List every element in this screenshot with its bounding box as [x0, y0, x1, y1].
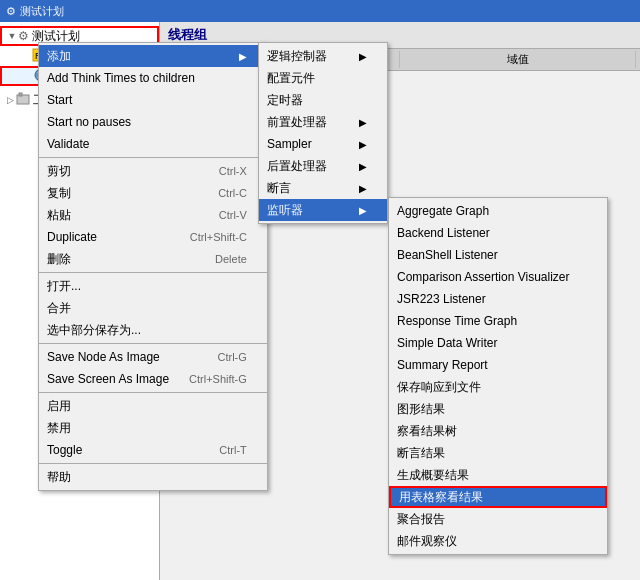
listener-mail-observer[interactable]: 邮件观察仪	[389, 530, 607, 552]
menu-item-save-node-label: Save Node As Image	[47, 350, 160, 364]
listener-response-time[interactable]: Response Time Graph	[389, 310, 607, 332]
menu-item-start-no-pauses[interactable]: Start no pauses	[39, 111, 267, 133]
pre-processor-label: 前置处理器	[267, 114, 327, 131]
view-results-table-label: 用表格察看结果	[399, 489, 483, 506]
assertion-results-label: 断言结果	[397, 445, 445, 462]
menu-item-delete-label: 删除	[47, 251, 71, 268]
menu-item-help-label: 帮助	[47, 469, 71, 486]
beanshell-listener-label: BeanShell Listener	[397, 248, 498, 262]
menu-item-validate[interactable]: Validate	[39, 133, 267, 155]
menu-item-disable-label: 禁用	[47, 420, 71, 437]
submenu-add-listener[interactable]: 监听器 ▶	[259, 199, 387, 221]
submenu-add-logic-controller[interactable]: 逻辑控制器 ▶	[259, 45, 387, 67]
menu-item-add-think-label: Add Think Times to children	[47, 71, 195, 85]
listener-graph-results[interactable]: 图形结果	[389, 398, 607, 420]
response-time-label: Response Time Graph	[397, 314, 517, 328]
separator-5	[39, 463, 267, 464]
shortcut-copy: Ctrl-C	[198, 187, 247, 199]
menu-item-save-partial-label: 选中部分保存为...	[47, 322, 141, 339]
submenu-add-config[interactable]: 配置元件	[259, 67, 387, 89]
submenu-add-assertion[interactable]: 断言 ▶	[259, 177, 387, 199]
jsr223-label: JSR223 Listener	[397, 292, 486, 306]
menu-item-start[interactable]: Start	[39, 89, 267, 111]
submenu-add-timer[interactable]: 定时器	[259, 89, 387, 111]
menu-item-delete[interactable]: 删除 Delete	[39, 248, 267, 270]
listener-view-results-table[interactable]: 用表格察看结果	[389, 486, 607, 508]
menu-item-enable[interactable]: 启用	[39, 395, 267, 417]
submenu-add: 逻辑控制器 ▶ 配置元件 定时器 前置处理器 ▶ Sampler ▶ 后置处理器…	[258, 42, 388, 224]
shortcut-paste: Ctrl-V	[199, 209, 247, 221]
menu-item-save-partial[interactable]: 选中部分保存为...	[39, 319, 267, 341]
listener-aggregate-report[interactable]: 聚合报告	[389, 508, 607, 530]
menu-item-enable-label: 启用	[47, 398, 71, 415]
arrow-listener: ▶	[359, 205, 367, 216]
menu-item-help[interactable]: 帮助	[39, 466, 267, 488]
listener-label: 监听器	[267, 202, 303, 219]
aggregate-report-label: 聚合报告	[397, 511, 445, 528]
menu-item-add-think-times[interactable]: Add Think Times to children	[39, 67, 267, 89]
comparison-label: Comparison Assertion Visualizer	[397, 270, 570, 284]
app-window: ⚙ 测试计划 ▼ ⚙ 测试计划 ▷ R Random Variable	[0, 0, 640, 580]
menu-item-paste[interactable]: 粘贴 Ctrl-V	[39, 204, 267, 226]
menu-item-toggle-label: Toggle	[47, 443, 82, 457]
menu-item-cut[interactable]: 剪切 Ctrl-X	[39, 160, 267, 182]
arrow-pre: ▶	[359, 117, 367, 128]
menu-item-disable[interactable]: 禁用	[39, 417, 267, 439]
menu-item-start-label: Start	[47, 93, 72, 107]
listener-view-results-tree[interactable]: 察看结果树	[389, 420, 607, 442]
generate-summary-label: 生成概要结果	[397, 467, 469, 484]
shortcut-save-node: Ctrl-G	[198, 351, 247, 363]
submenu-listener: Aggregate Graph Backend Listener BeanShe…	[388, 197, 608, 555]
listener-summary-report[interactable]: Summary Report	[389, 354, 607, 376]
listener-generate-summary[interactable]: 生成概要结果	[389, 464, 607, 486]
menu-item-add[interactable]: 添加 ▶	[39, 45, 267, 67]
menu-item-copy-label: 复制	[47, 185, 71, 202]
listener-jsr223[interactable]: JSR223 Listener	[389, 288, 607, 310]
submenu-add-sampler[interactable]: Sampler ▶	[259, 133, 387, 155]
mail-observer-label: 邮件观察仪	[397, 533, 457, 550]
menu-item-start-no-pauses-label: Start no pauses	[47, 115, 131, 129]
sampler-label: Sampler	[267, 137, 312, 151]
shortcut-toggle: Ctrl-T	[199, 444, 247, 456]
menu-item-duplicate-label: Duplicate	[47, 230, 97, 244]
menu-item-toggle[interactable]: Toggle Ctrl-T	[39, 439, 267, 461]
backend-listener-label: Backend Listener	[397, 226, 490, 240]
view-results-tree-label: 察看结果树	[397, 423, 457, 440]
menu-item-open-label: 打开...	[47, 278, 81, 295]
simple-data-writer-label: Simple Data Writer	[397, 336, 497, 350]
menu-item-save-node[interactable]: Save Node As Image Ctrl-G	[39, 346, 267, 368]
listener-aggregate-graph[interactable]: Aggregate Graph	[389, 200, 607, 222]
submenu-add-pre-processor[interactable]: 前置处理器 ▶	[259, 111, 387, 133]
menu-item-save-screen-label: Save Screen As Image	[47, 372, 169, 386]
submenu-add-post-processor[interactable]: 后置处理器 ▶	[259, 155, 387, 177]
shortcut-cut: Ctrl-X	[199, 165, 247, 177]
arrow-post: ▶	[359, 161, 367, 172]
listener-assertion-results[interactable]: 断言结果	[389, 442, 607, 464]
separator-1	[39, 157, 267, 158]
listener-backend[interactable]: Backend Listener	[389, 222, 607, 244]
config-label: 配置元件	[267, 70, 315, 87]
menu-item-copy[interactable]: 复制 Ctrl-C	[39, 182, 267, 204]
separator-3	[39, 343, 267, 344]
menu-item-validate-label: Validate	[47, 137, 89, 151]
listener-simple-data-writer[interactable]: Simple Data Writer	[389, 332, 607, 354]
listener-beanshell[interactable]: BeanShell Listener	[389, 244, 607, 266]
menu-item-open[interactable]: 打开...	[39, 275, 267, 297]
context-menu-overlay: 添加 ▶ Add Think Times to children Start S…	[0, 0, 640, 580]
submenu-arrow-add: ▶	[239, 51, 247, 62]
listener-comparison[interactable]: Comparison Assertion Visualizer	[389, 266, 607, 288]
listener-save-response[interactable]: 保存响应到文件	[389, 376, 607, 398]
graph-results-label: 图形结果	[397, 401, 445, 418]
aggregate-graph-label: Aggregate Graph	[397, 204, 489, 218]
shortcut-save-screen: Ctrl+Shift-G	[169, 373, 247, 385]
menu-item-save-screen[interactable]: Save Screen As Image Ctrl+Shift-G	[39, 368, 267, 390]
menu-item-duplicate[interactable]: Duplicate Ctrl+Shift-C	[39, 226, 267, 248]
logic-controller-label: 逻辑控制器	[267, 48, 327, 65]
menu-item-merge[interactable]: 合并	[39, 297, 267, 319]
assertion-label: 断言	[267, 180, 291, 197]
separator-4	[39, 392, 267, 393]
shortcut-duplicate: Ctrl+Shift-C	[170, 231, 247, 243]
timer-label: 定时器	[267, 92, 303, 109]
arrow-assertion: ▶	[359, 183, 367, 194]
context-menu-main: 添加 ▶ Add Think Times to children Start S…	[38, 42, 268, 491]
